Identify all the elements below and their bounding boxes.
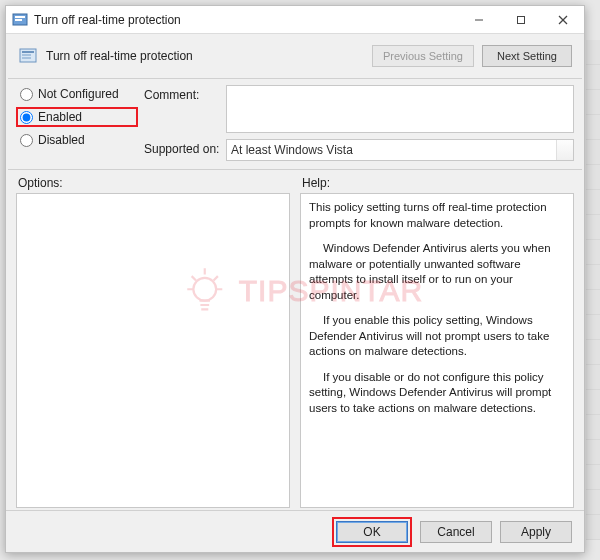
svg-rect-1 (15, 16, 25, 18)
radio-disabled-label: Disabled (38, 133, 85, 147)
close-button[interactable] (542, 6, 584, 33)
supported-on-field: At least Windows Vista (226, 139, 574, 161)
comment-column: Comment: Supported on: At least Windows … (144, 85, 574, 161)
background-strip (586, 40, 600, 540)
supported-on-value: At least Windows Vista (231, 143, 353, 157)
minimize-button[interactable] (458, 6, 500, 33)
supported-row: Supported on: At least Windows Vista (144, 139, 574, 161)
radio-enabled[interactable]: Enabled (20, 110, 82, 124)
previous-setting-button[interactable]: Previous Setting (372, 45, 474, 67)
window-title: Turn off real-time protection (34, 13, 458, 27)
ok-button[interactable]: OK (336, 521, 408, 543)
policy-icon (18, 46, 38, 66)
help-label: Help: (300, 176, 574, 190)
help-pane: Help: This policy setting turns off real… (300, 176, 574, 508)
apply-button[interactable]: Apply (500, 521, 572, 543)
radio-disabled-input[interactable] (20, 134, 33, 147)
dialog-window: Turn off real-time protection Turn off r… (5, 5, 585, 553)
help-paragraph: This policy setting turns off real-time … (309, 200, 565, 231)
help-box[interactable]: This policy setting turns off real-time … (300, 193, 574, 508)
comment-row: Comment: (144, 85, 574, 133)
options-box[interactable] (16, 193, 290, 508)
radio-not-configured-label: Not Configured (38, 87, 119, 101)
help-paragraph: If you disable or do not configure this … (309, 370, 565, 417)
radio-not-configured[interactable]: Not Configured (20, 87, 138, 101)
panes: Options: Help: This policy setting turns… (6, 170, 584, 510)
enabled-highlight: Enabled (16, 107, 138, 127)
config-row: Not Configured Enabled Disabled Comment:… (6, 79, 584, 163)
svg-rect-4 (518, 16, 525, 23)
comment-input[interactable] (226, 85, 574, 133)
help-paragraph: If you enable this policy setting, Windo… (309, 313, 565, 360)
maximize-button[interactable] (500, 6, 542, 33)
radio-disabled[interactable]: Disabled (20, 133, 138, 147)
app-icon (12, 12, 28, 28)
comment-label: Comment: (144, 85, 220, 102)
svg-rect-10 (22, 57, 31, 59)
svg-rect-8 (22, 51, 34, 53)
options-label: Options: (16, 176, 290, 190)
dialog-footer: OK Cancel Apply (6, 510, 584, 552)
help-paragraph: Windows Defender Antivirus alerts you wh… (309, 241, 565, 303)
options-pane: Options: (16, 176, 290, 508)
policy-title: Turn off real-time protection (46, 49, 364, 63)
next-setting-button[interactable]: Next Setting (482, 45, 572, 67)
supported-label: Supported on: (144, 139, 220, 156)
svg-rect-9 (22, 54, 31, 56)
ok-highlight: OK (332, 517, 412, 547)
radio-enabled-input[interactable] (20, 111, 33, 124)
titlebar: Turn off real-time protection (6, 6, 584, 34)
window-controls (458, 6, 584, 33)
svg-rect-2 (15, 19, 22, 21)
cancel-button[interactable]: Cancel (420, 521, 492, 543)
radio-enabled-label: Enabled (38, 110, 82, 124)
header-row: Turn off real-time protection Previous S… (6, 34, 584, 78)
radio-not-configured-input[interactable] (20, 88, 33, 101)
state-radio-group: Not Configured Enabled Disabled (20, 85, 138, 161)
